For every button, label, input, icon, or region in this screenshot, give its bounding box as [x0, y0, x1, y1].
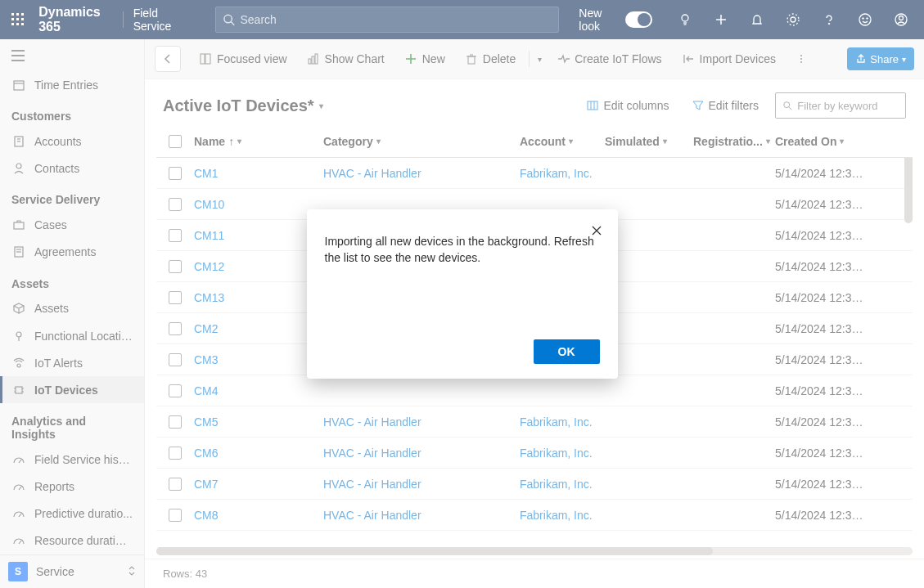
ok-button[interactable]: OK: [534, 339, 600, 364]
import-dialog: Importing all new devices in the backgro…: [307, 209, 618, 379]
close-button[interactable]: [585, 219, 608, 242]
close-icon: [591, 225, 602, 236]
modal-backdrop: Importing all new devices in the backgro…: [0, 0, 924, 588]
dialog-text: Importing all new devices in the backgro…: [325, 234, 600, 266]
